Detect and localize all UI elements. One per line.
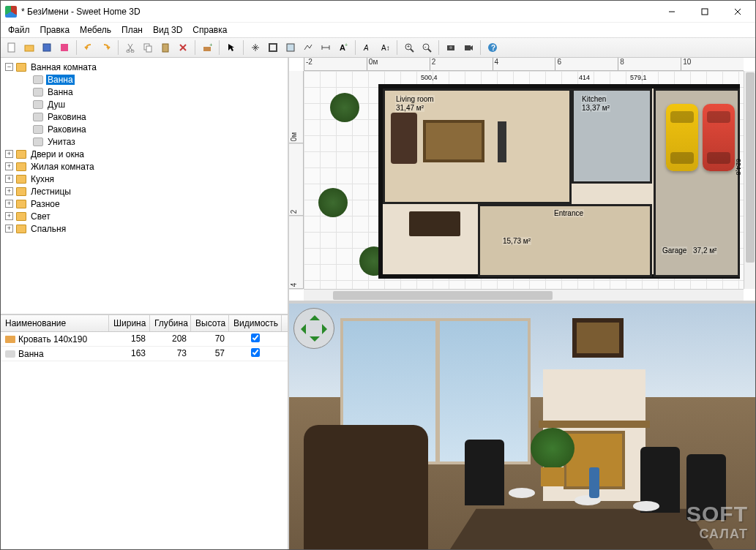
tree-item[interactable]: Ванна (2, 73, 286, 86)
delete-icon[interactable] (175, 39, 191, 56)
expand-icon[interactable]: + (5, 150, 13, 158)
scrollbar-horizontal[interactable] (304, 289, 744, 301)
right-pane: -2 0м 2 4 6 8 10 0м 2 4 500,4 414 579,1 (289, 58, 755, 549)
svg-rect-17 (269, 44, 277, 51)
help-icon[interactable]: ? (484, 39, 501, 56)
room-kitchen[interactable]: Kitchen 13,37 м² (572, 88, 652, 184)
tree-item[interactable]: Унитаз (2, 135, 286, 148)
create-walls-icon[interactable] (265, 39, 281, 56)
expand-icon[interactable]: + (5, 187, 13, 195)
scroll-thumb[interactable] (746, 72, 755, 263)
dining-table-icon[interactable] (409, 211, 460, 236)
table-row[interactable]: Ванна 163 73 57 (1, 347, 288, 361)
furniture-icon (33, 113, 43, 121)
tree-category[interactable]: +Свет (2, 210, 286, 222)
add-furniture-icon[interactable]: + (199, 39, 215, 56)
car-yellow-icon[interactable] (666, 104, 698, 171)
col-height[interactable]: Высота (191, 315, 229, 331)
cut-icon[interactable] (122, 39, 138, 56)
tree-category[interactable]: − Ванная комната (2, 61, 286, 73)
tree-item[interactable]: Ванна (2, 86, 286, 98)
minimize-button[interactable] (655, 1, 688, 22)
nav-up-icon[interactable] (310, 310, 320, 320)
tree-item[interactable]: Душ (2, 98, 286, 110)
nav-right-icon[interactable] (322, 324, 332, 334)
create-room-icon[interactable] (282, 39, 299, 56)
3d-nav-pad[interactable] (293, 308, 334, 349)
scrollbar-vertical[interactable] (744, 71, 755, 289)
expand-icon[interactable]: + (5, 225, 13, 233)
create-polyline-icon[interactable] (300, 39, 316, 56)
maximize-button[interactable] (688, 1, 721, 22)
menu-edit[interactable]: Правка (36, 23, 75, 37)
tree-category[interactable]: +Жилая комната (2, 160, 286, 173)
collapse-icon[interactable]: − (5, 63, 13, 71)
text-bold-icon[interactable]: A (359, 39, 375, 56)
expand-icon[interactable]: + (5, 175, 13, 183)
tree-category[interactable]: +Двери и окна (2, 148, 286, 160)
col-visible[interactable]: Видимость (229, 315, 282, 331)
plant-icon[interactable] (318, 188, 348, 217)
zoom-out-icon[interactable]: - (419, 39, 435, 56)
table-row[interactable]: Кровать 140x190 158 208 70 (1, 332, 288, 347)
svg-rect-4 (8, 43, 15, 52)
tree-category[interactable]: +Кухня (2, 173, 286, 185)
add-text-icon[interactable]: A+ (335, 39, 351, 56)
col-name[interactable]: Наименование (1, 315, 109, 331)
room-name: Living room (395, 95, 435, 103)
copy-icon[interactable] (140, 39, 156, 56)
tv-icon[interactable] (498, 121, 506, 162)
tree-label: Жилая комната (29, 162, 96, 172)
menu-help[interactable]: Справка (188, 23, 231, 37)
sofa-icon[interactable] (391, 113, 417, 164)
tree-category[interactable]: +Лестницы (2, 185, 286, 197)
plant-icon[interactable] (330, 93, 359, 122)
new-file-icon[interactable] (4, 39, 20, 56)
pan-icon[interactable] (247, 39, 263, 56)
create-dimension-icon[interactable] (318, 39, 334, 56)
visible-checkbox[interactable] (251, 334, 260, 342)
tree-item[interactable]: Раковина (2, 110, 286, 123)
close-button[interactable] (721, 1, 754, 22)
text-italic-icon[interactable]: A↕ (377, 39, 393, 56)
menu-furniture[interactable]: Мебель (75, 23, 116, 37)
ruler-tick: 6 (555, 58, 618, 70)
visible-checkbox[interactable] (251, 348, 260, 357)
nav-down-icon[interactable] (310, 336, 320, 347)
select-icon[interactable] (223, 39, 239, 56)
tree-item[interactable]: Раковина (2, 123, 286, 135)
room-entrance[interactable]: Entrance 15,73 м² (478, 204, 652, 277)
car-red-icon[interactable] (703, 104, 735, 171)
plan-canvas[interactable]: 500,4 414 579,1 Living room 31,47 м² Kit… (304, 71, 744, 289)
svg-rect-12 (162, 44, 168, 52)
menu-file[interactable]: Файл (4, 23, 34, 37)
house-outline[interactable]: Living room 31,47 м² Kitchen 13,37 м² Ga… (378, 84, 740, 279)
col-depth[interactable]: Глубина (150, 315, 191, 331)
expand-icon[interactable]: + (5, 212, 13, 220)
zoom-in-icon[interactable]: + (401, 39, 417, 56)
furniture-catalog-tree[interactable]: − Ванная комната Ванна Ванна Душ Раковин… (1, 58, 288, 315)
nav-left-icon[interactable] (296, 324, 306, 334)
redo-icon[interactable] (98, 39, 114, 56)
open-folder-icon[interactable] (21, 39, 37, 56)
preferences-icon[interactable] (56, 39, 72, 56)
col-width[interactable]: Ширина (109, 315, 150, 331)
create-photo-icon[interactable] (443, 39, 459, 56)
cell-height: 70 (191, 332, 229, 346)
scroll-thumb[interactable] (333, 291, 553, 300)
tree-category[interactable]: +Спальня (2, 222, 286, 235)
plan-view[interactable]: -2 0м 2 4 6 8 10 0м 2 4 500,4 414 579,1 (289, 58, 755, 304)
create-video-icon[interactable] (460, 39, 476, 56)
save-icon[interactable] (39, 39, 55, 56)
3d-view[interactable]: SOFT САЛАТ (289, 304, 755, 549)
menu-3dview[interactable]: Вид 3D (149, 23, 187, 37)
expand-icon[interactable]: + (5, 162, 13, 170)
menu-plan[interactable]: План (117, 23, 147, 37)
paste-icon[interactable] (157, 39, 173, 56)
room-living[interactable]: Living room 31,47 м² (383, 88, 572, 204)
expand-icon[interactable]: + (5, 200, 13, 208)
tree-category[interactable]: +Разное (2, 197, 286, 210)
undo-icon[interactable] (81, 39, 97, 56)
rug-icon[interactable] (423, 120, 484, 162)
room-garage[interactable]: Garage 37,2 м² (654, 88, 740, 277)
